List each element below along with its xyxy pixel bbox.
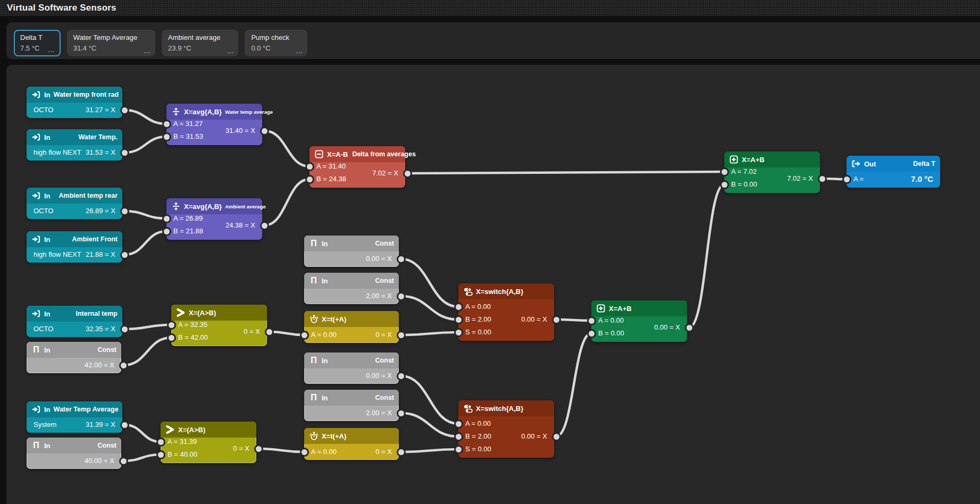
node-in_wt[interactable]: InWater Temp.high flow NEXT31.53 = X [27, 129, 122, 161]
tab-menu-button[interactable]: … [296, 48, 303, 54]
output-port-X[interactable] [120, 106, 129, 115]
node-c40[interactable]: ΠInConst40.00 = X [27, 438, 121, 469]
input-port-B[interactable] [454, 315, 463, 324]
node-add1[interactable]: X=A+BA = 7.02B = 0.007.02 = X [724, 152, 820, 193]
input-port-A[interactable] [167, 321, 176, 330]
input-port-B[interactable] [305, 175, 314, 184]
sensor-tab-delta-t[interactable]: Delta T7.5 °C… [14, 30, 61, 56]
node-in_wtfr[interactable]: InWater temp front radOCTO31.27 = X [27, 87, 122, 118]
output-port-X[interactable] [120, 325, 129, 334]
output-port-X[interactable] [120, 207, 129, 216]
const-icon: Π [31, 345, 41, 355]
node-c42[interactable]: ΠInConst42.00 = X [27, 342, 121, 373]
output-port-X[interactable] [397, 372, 406, 381]
node-out1[interactable]: OutDelta TA =7.0 °C [847, 156, 940, 188]
output-port-X[interactable] [818, 174, 827, 183]
node-gt2[interactable]: X=(A>B)A = 31.39B = 40.000 = X [161, 422, 256, 463]
node-row: 0.00 = X [311, 254, 392, 264]
input-port-S[interactable] [454, 445, 463, 454]
node-add2[interactable]: X=A+BA = 0.00B = 0.000.00 = X [591, 300, 687, 342]
sensor-tab-pump-check[interactable]: Pump check0.0 °C… [245, 30, 307, 56]
wire-c2b.X-to-sw2.B [401, 413, 458, 436]
output-port-X[interactable] [120, 148, 129, 157]
output-port-X[interactable] [120, 250, 129, 259]
node-row: high flow NEXT21.88 = X [33, 250, 115, 259]
node-in_af[interactable]: InAmbient Fronthigh flow NEXT21.88 = X [27, 231, 122, 263]
input-port-A[interactable] [454, 303, 463, 312]
node-in_atr[interactable]: InAmbient temp rearOCTO26.89 = X [27, 188, 122, 219]
output-port-X[interactable] [397, 292, 406, 301]
input-port-B[interactable] [587, 329, 596, 338]
output-port-X[interactable] [397, 255, 406, 264]
node-t1[interactable]: X=t(+A)A = 0.000 = X [304, 311, 399, 343]
node-custom-name: Const [98, 346, 116, 354]
node-c2b[interactable]: ΠInConst2.00 = X [304, 390, 399, 421]
node-avg1[interactable]: X=avg{A,B}Water temp averageA = 31.27B =… [166, 104, 262, 145]
tab-menu-button[interactable]: … [144, 48, 150, 54]
output-port-X[interactable] [397, 448, 406, 457]
input-port-S[interactable] [454, 328, 463, 337]
app-root: Virtual Software Sensors Delta T7.5 °C…W… [0, 0, 980, 504]
input-port-A[interactable] [305, 162, 314, 171]
row-value-text: 7.02 = X [372, 169, 398, 178]
tab-menu-button[interactable]: … [48, 47, 55, 53]
output-port-X[interactable] [403, 169, 412, 178]
node-custom-name: Internal temp [76, 310, 118, 317]
node-header: InWater Temp Average [27, 401, 122, 417]
sensor-tab-ambient-average[interactable]: Ambient average23.9 °C… [162, 30, 238, 56]
node-c0a[interactable]: ΠInConst0.00 = X [304, 236, 399, 267]
input-port-B[interactable] [162, 227, 171, 236]
input-port-B[interactable] [162, 132, 171, 141]
sensor-tab-water-temp-average[interactable]: Water Temp Average31.4 °C… [67, 30, 155, 56]
input-port-A[interactable] [587, 316, 596, 325]
node-in_it[interactable]: InInternal tempOCTO32.35 = X [27, 306, 122, 337]
node-sw2[interactable]: X=switch{A,B}A = 0.00B = 2.00S = 0.000.0… [458, 400, 554, 458]
tab-menu-button[interactable]: … [227, 48, 233, 54]
node-canvas[interactable]: InWater temp front radOCTO31.27 = XInWat… [6, 65, 980, 504]
input-port-B[interactable] [454, 432, 463, 441]
node-custom-name: Water temp front rad [54, 91, 119, 98]
node-avg2[interactable]: X=avg{A,B}Ambient averageA = 26.89B = 21… [166, 198, 262, 240]
input-port-A[interactable] [162, 120, 171, 129]
output-port-X[interactable] [397, 409, 406, 418]
input-port-A[interactable] [842, 175, 851, 184]
input-port-A[interactable] [300, 448, 309, 457]
tab-sensor-value: 31.4 °C [73, 44, 137, 52]
node-custom-name: Water Temp. [78, 133, 118, 141]
node-label: X=t(+A) [322, 432, 346, 440]
output-port-X[interactable] [119, 457, 128, 466]
tab-title: Pump check [251, 33, 289, 41]
node-label: In [322, 240, 328, 248]
node-c0b[interactable]: ΠInConst0.00 = X [304, 352, 399, 384]
row-value-text: 0.00 = X [654, 323, 680, 332]
output-port-X[interactable] [265, 327, 274, 337]
node-header: InAmbient Front [27, 231, 122, 247]
node-in_wta[interactable]: InWater Temp AverageSystem31.39 = X [27, 401, 122, 433]
input-port-A[interactable] [720, 167, 729, 177]
input-port-B[interactable] [720, 180, 729, 189]
input-port-B[interactable] [167, 333, 176, 342]
node-delta[interactable]: X=A-BDelta from averagesA = 31.40B = 24.… [309, 146, 405, 188]
output-port-X[interactable] [260, 127, 269, 136]
node-row: S = 0.00 [465, 444, 547, 454]
node-row: 7.02 = X [316, 169, 398, 178]
output-port-X[interactable] [254, 444, 263, 453]
output-port-X[interactable] [260, 221, 269, 230]
output-port-X[interactable] [552, 432, 561, 441]
node-t2[interactable]: X=t(+A)A = 0.000 = X [304, 428, 399, 460]
output-port-X[interactable] [552, 315, 561, 324]
input-port-A[interactable] [162, 214, 171, 223]
output-port-X[interactable] [685, 323, 694, 332]
node-custom-name: Delta from averages [352, 150, 416, 158]
output-port-X[interactable] [119, 361, 128, 370]
input-port-A[interactable] [156, 438, 165, 447]
node-sw1[interactable]: X=switch{A,B}A = 0.00B = 2.00S = 0.000.0… [458, 283, 554, 341]
node-row: A = 0.00 [465, 302, 547, 312]
input-port-B[interactable] [156, 450, 165, 459]
node-gt1[interactable]: X=(A>B)A = 32.35B = 42.000 = X [171, 305, 267, 346]
output-port-X[interactable] [120, 421, 129, 430]
node-c2a[interactable]: ΠInConst2.00 = X [304, 273, 399, 304]
input-port-A[interactable] [300, 331, 309, 340]
input-port-A[interactable] [454, 419, 463, 429]
output-port-X[interactable] [397, 331, 406, 340]
